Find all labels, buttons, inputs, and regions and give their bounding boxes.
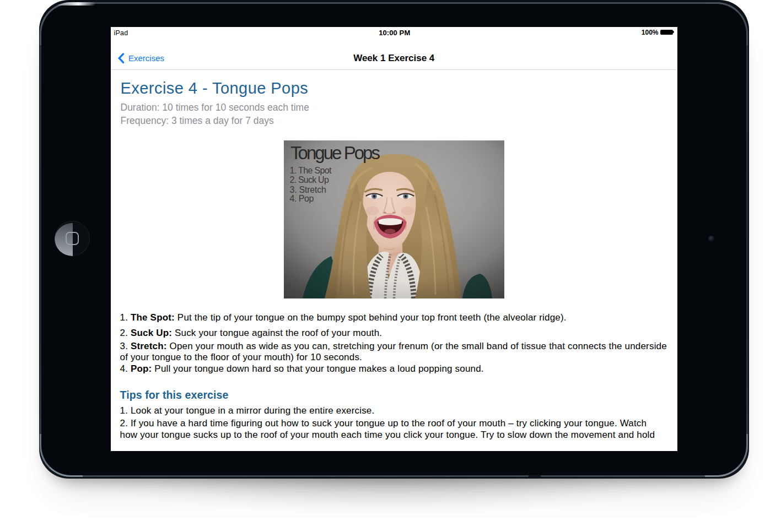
svg-text:1. The Spot: 1. The Spot bbox=[289, 166, 332, 175]
svg-text:Tongue Pops: Tongue Pops bbox=[290, 143, 380, 163]
svg-text:3. Stretch: 3. Stretch bbox=[289, 185, 326, 194]
svg-text:2. Suck Up: 2. Suck Up bbox=[289, 175, 328, 184]
svg-text:4. Pop: 4. Pop bbox=[289, 194, 314, 203]
